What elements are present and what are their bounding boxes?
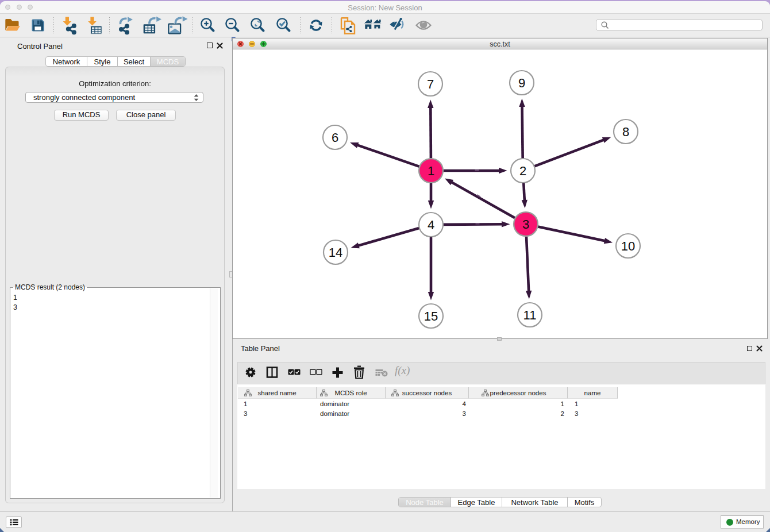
svg-text:9: 9 (518, 76, 525, 90)
svg-text:7: 7 (427, 77, 434, 91)
svg-text:15: 15 (424, 309, 438, 323)
svg-text:8: 8 (622, 125, 629, 139)
svg-text:2: 2 (519, 164, 526, 178)
svg-text:11: 11 (523, 308, 537, 322)
svg-text:10: 10 (621, 239, 635, 253)
svg-text:3: 3 (522, 217, 529, 232)
svg-text:4: 4 (428, 218, 434, 232)
svg-text:6: 6 (332, 130, 338, 145)
svg-text:14: 14 (329, 245, 342, 260)
svg-text:1: 1 (428, 164, 434, 178)
